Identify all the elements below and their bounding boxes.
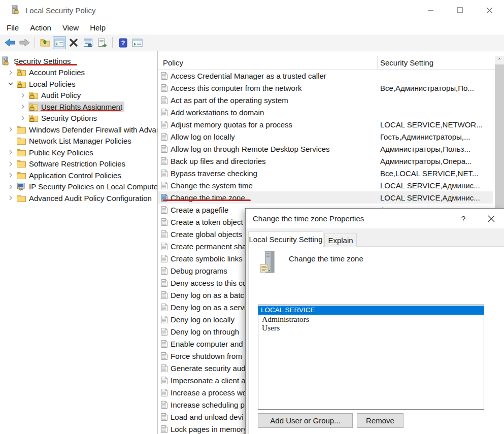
menu-help[interactable]: Help [84,20,111,35]
tree-item[interactable]: Local Policies [0,78,157,90]
tree-item-label: Account Policies [29,68,85,77]
scroll-up-icon[interactable]: ⌃ [495,56,504,64]
column-header-policy[interactable]: Policy [158,56,378,69]
forward-icon[interactable] [18,36,31,49]
tree-item[interactable]: Windows Defender Firewall with Advan [0,124,157,136]
tree-item-label: Application Control Policies [29,171,121,180]
policy-name: Bypass traverse checking [171,169,378,178]
policy-doc-icon [160,84,171,92]
column-header-security-setting[interactable]: Security Setting [378,56,433,69]
new-window-icon[interactable] [130,36,144,49]
tree-item[interactable]: Public Key Policies [0,147,157,158]
chevron-right-icon[interactable] [5,69,16,77]
tree-item[interactable]: Account Policies [0,67,157,79]
policy-row[interactable]: Allow log on locallyГость,Администраторы… [158,130,493,143]
policy-doc-icon [160,218,171,226]
minimize-icon[interactable] [416,0,445,20]
tree-item[interactable]: Application Control Policies [0,170,157,181]
tree-item[interactable]: Audit Policy [0,90,157,102]
tree-item[interactable]: Network List Manager Policies [0,136,157,147]
window-title: Local Security Policy [25,6,95,15]
policy-row[interactable]: Act as part of the operating system [158,94,493,106]
chevron-down-icon[interactable] [5,80,16,88]
dialog-help-icon[interactable]: ? [456,209,471,228]
dialog-close-icon[interactable] [480,209,502,228]
policy-doc-icon [160,340,171,348]
back-icon[interactable] [4,36,17,49]
chevron-right-icon[interactable] [5,171,16,179]
svg-text:?: ? [121,39,125,47]
tree-item-label: Public Key Policies [29,148,93,157]
menu-action[interactable]: Action [24,20,57,35]
chevron-right-icon[interactable] [17,114,28,122]
folder-icon [16,137,27,146]
policy-row[interactable]: Bypass traverse checkingВсе,LOCAL SERVIC… [158,167,493,179]
policy-doc-icon [160,230,171,239]
tree-item[interactable]: Software Restriction Policies [0,158,157,170]
tree-item-label: Security Options [41,114,97,122]
policy-doc-icon [160,303,171,312]
members-listbox[interactable]: LOCAL SERVICEAdministratorsUsers [258,305,484,410]
annotation-underline-user-rights-assignment [41,110,121,111]
policy-doc-icon [160,181,171,190]
security-setting-value: LOCAL SERVICE,Админис... [378,193,493,202]
policy-row[interactable]: Change the system timeLOCAL SERVICE,Адми… [158,179,493,191]
policy-doc-icon [160,376,171,385]
policy-row[interactable]: Allow log on through Remote Desktop Serv… [158,143,493,155]
folder-icon [16,171,27,180]
policy-doc-icon [160,72,171,80]
console-tree-toggle-icon[interactable] [53,36,66,49]
tab-explain[interactable]: Explain [324,233,357,247]
maximize-icon[interactable] [445,0,475,20]
folder-icon [16,125,27,134]
chevron-right-icon[interactable] [5,160,16,168]
chevron-right-icon[interactable] [17,103,28,111]
chevron-right-icon[interactable] [17,91,28,99]
tree-item-label: IP Security Policies on Local Computer [29,182,158,191]
tree-item[interactable]: Security Options [0,113,157,124]
tree-item[interactable]: Advanced Audit Policy Configuration [0,192,157,204]
policy-doc-icon [160,254,171,263]
export-folder-icon[interactable] [39,36,52,49]
member-item[interactable]: LOCAL SERVICE [258,306,484,315]
policy-doc-icon [160,120,171,129]
member-item[interactable]: Users [258,323,484,332]
menu-file[interactable]: File [0,20,24,35]
policy-name: Access Credential Manager as a trusted c… [171,72,378,80]
policy-row[interactable]: Add workstations to domain [158,106,493,118]
policy-row[interactable]: Adjust memory quotas for a processLOCAL … [158,118,493,130]
policy-doc-icon [160,413,171,421]
chevron-right-icon[interactable] [5,183,16,191]
chevron-right-icon[interactable] [5,125,16,133]
policy-row[interactable]: Access this computer from the networkВсе… [158,82,493,94]
help-icon[interactable]: ? [116,36,129,49]
policy-row[interactable]: Change the time zoneLOCAL SERVICE,Админи… [158,191,493,204]
security-setting-value: LOCAL SERVICE,NETWOR... [378,120,493,129]
security-setting-value: Администраторы,Опера... [378,157,493,165]
menu-view[interactable]: View [57,20,84,35]
chevron-right-icon[interactable] [5,148,16,156]
policy-doc-icon [160,108,171,117]
policy-doc-icon [160,145,171,153]
list-header: Policy Security Setting [158,56,504,70]
chevron-right-icon[interactable] [5,194,16,202]
member-item[interactable]: Administrators [258,315,484,324]
delete-icon[interactable] [67,36,80,49]
add-user-or-group-button[interactable]: Add User or Group... [258,413,353,428]
policy-name: Adjust memory quotas for a process [171,120,378,129]
tree-item-label: Software Restriction Policies [29,159,125,168]
policy-doc-icon [160,364,171,373]
policy-row[interactable]: Back up files and directoriesАдминистрат… [158,155,493,167]
titlebar: Local Security Policy [0,0,504,20]
close-icon[interactable] [475,0,504,20]
tab-local-security-setting[interactable]: Local Security Setting [248,231,323,247]
policy-row[interactable]: Access Credential Manager as a trusted c… [158,70,493,82]
folder-icon [16,159,27,169]
folder-lock-icon [28,102,40,111]
policy-name: Allow log on locally [171,132,378,141]
export-list-icon[interactable] [95,36,109,49]
console-tree-pane: Security SettingsAccount PoliciesLocal P… [0,51,158,434]
tree-item[interactable]: IP Security Policies on Local Computer [0,181,157,193]
remove-button[interactable]: Remove [357,413,404,428]
properties-icon[interactable] [81,36,94,49]
